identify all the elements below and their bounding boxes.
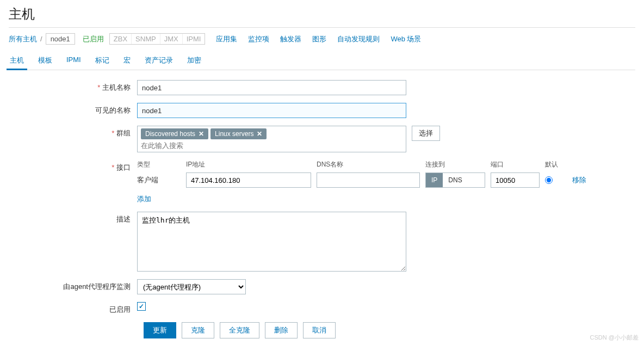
groups-tagbox[interactable]: Discovered hosts ✕ Linux servers ✕ <box>137 126 406 152</box>
remove-tag-icon[interactable]: ✕ <box>199 130 204 138</box>
tab-host[interactable]: 主机 <box>9 52 25 70</box>
nav-triggers[interactable]: 触发器 <box>280 34 301 44</box>
iface-col-type: 类型 <box>137 160 181 169</box>
toggle-dns[interactable]: DNS <box>443 173 467 187</box>
label-interfaces: 接口 <box>17 160 137 172</box>
iface-add-link[interactable]: 添加 <box>137 194 599 204</box>
iface-connect-toggle[interactable]: IP DNS <box>425 172 485 188</box>
tab-tags[interactable]: 标记 <box>94 52 110 70</box>
iface-row: 客户端 IP DNS 移除 <box>137 172 599 188</box>
proxy-select[interactable]: (无agent代理程序) <box>137 279 246 294</box>
iface-ip-input[interactable] <box>186 172 311 188</box>
iface-col-ip: IP地址 <box>186 160 311 169</box>
iface-port-input[interactable] <box>491 172 540 188</box>
proto-jmx: JMX <box>160 34 183 44</box>
nav-graphs[interactable]: 图形 <box>312 34 326 44</box>
watermark: CSDN @小小邮差 <box>590 334 639 342</box>
breadcrumb-all-hosts[interactable]: 所有主机 <box>9 34 37 44</box>
status-enabled: 已启用 <box>83 34 104 44</box>
breadcrumb-node: node1 <box>46 33 75 45</box>
toggle-ip[interactable]: IP <box>426 173 443 187</box>
breadcrumb-sep: / <box>40 35 42 43</box>
iface-default-radio[interactable] <box>545 176 553 184</box>
divider <box>9 27 635 28</box>
tab-macros[interactable]: 宏 <box>122 52 132 70</box>
tab-ipmi[interactable]: IPMI <box>65 52 82 70</box>
topbar: 所有主机 / node1 已启用 ZBX SNMP JMX IPMI 应用集 监… <box>9 33 635 45</box>
group-tag: Discovered hosts ✕ <box>141 128 208 139</box>
full-clone-button[interactable]: 全克隆 <box>220 322 259 338</box>
remove-tag-icon[interactable]: ✕ <box>257 130 262 138</box>
label-visible-name: 可见的名称 <box>17 103 137 115</box>
protocol-group: ZBX SNMP JMX IPMI <box>109 33 206 45</box>
label-enabled: 已启用 <box>17 302 137 315</box>
cancel-button[interactable]: 取消 <box>303 322 336 338</box>
group-tag-label: Linux servers <box>215 130 253 138</box>
group-search-input[interactable] <box>141 140 403 151</box>
label-hostname: 主机名称 <box>17 80 137 93</box>
iface-col-default: 默认 <box>545 160 567 169</box>
tab-encryption[interactable]: 加密 <box>186 52 202 70</box>
iface-col-connect: 连接到 <box>425 160 485 169</box>
iface-col-dns: DNS名称 <box>317 160 420 169</box>
proto-snmp: SNMP <box>132 34 160 44</box>
group-tag: Linux servers ✕ <box>210 128 267 139</box>
delete-button[interactable]: 删除 <box>265 322 298 338</box>
nav-web[interactable]: Web 场景 <box>391 34 421 44</box>
clone-button[interactable]: 克隆 <box>182 322 214 338</box>
action-buttons: 更新 克隆 全克隆 删除 取消 <box>144 322 635 338</box>
tab-inventory[interactable]: 资产记录 <box>144 52 174 70</box>
label-groups: 群组 <box>17 126 137 138</box>
iface-col-port: 端口 <box>491 160 540 169</box>
group-tag-label: Discovered hosts <box>145 130 195 138</box>
iface-header: 类型 IP地址 DNS名称 连接到 端口 默认 <box>137 160 599 169</box>
label-description: 描述 <box>17 212 137 224</box>
tabs: 主机 模板 IPMI 标记 宏 资产记录 加密 <box>9 52 635 70</box>
select-groups-button[interactable]: 选择 <box>412 126 440 141</box>
description-textarea[interactable]: 监控lhr的主机 <box>137 212 406 272</box>
update-button[interactable]: 更新 <box>144 322 176 338</box>
proto-zbx: ZBX <box>110 34 132 44</box>
iface-dns-input[interactable] <box>317 172 420 188</box>
label-proxy: 由agent代理程序监测 <box>17 279 137 292</box>
nav-discovery[interactable]: 自动发现规则 <box>337 34 380 44</box>
visible-name-input[interactable] <box>137 103 406 118</box>
page-title: 主机 <box>9 5 635 23</box>
nav-applications[interactable]: 应用集 <box>216 34 237 44</box>
nav-items[interactable]: 监控项 <box>248 34 269 44</box>
tab-template[interactable]: 模板 <box>37 52 53 70</box>
iface-type: 客户端 <box>137 175 181 185</box>
proto-ipmi: IPMI <box>183 34 205 44</box>
iface-remove-link[interactable]: 移除 <box>572 175 599 185</box>
hostname-input[interactable] <box>137 80 406 95</box>
form: 主机名称 可见的名称 群组 Discovered hosts ✕ <box>9 80 635 338</box>
enabled-checkbox[interactable] <box>137 302 146 311</box>
